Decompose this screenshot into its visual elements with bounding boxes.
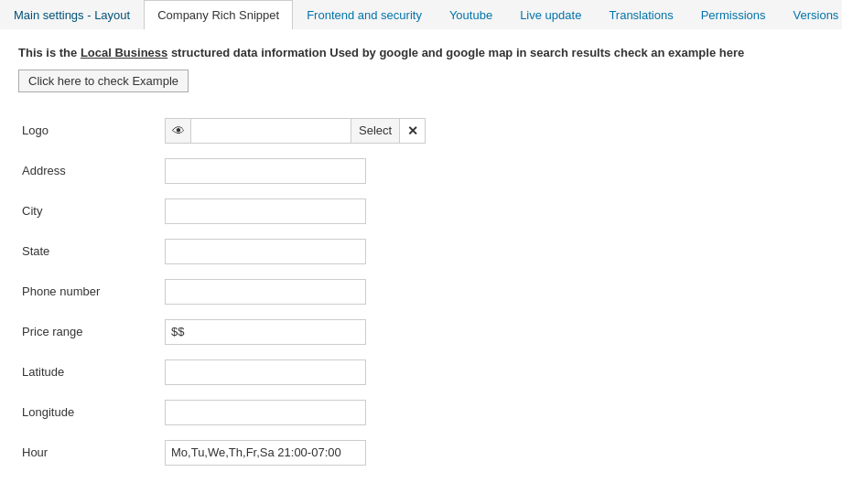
info-text: This is the Local Business structured da…: [18, 44, 824, 62]
tab-permissions[interactable]: Permissions: [687, 0, 780, 29]
tab-youtube[interactable]: Youtube: [436, 0, 506, 29]
input-address[interactable]: [165, 158, 366, 184]
form-table: Logo👁Select✕AddressCityStatePhone number…: [18, 111, 824, 473]
field-input-cell-hour: [165, 433, 824, 473]
input-state[interactable]: [165, 239, 366, 264]
field-input-cell-phone-number: [165, 272, 824, 312]
form-row-phone-number: Phone number: [18, 272, 824, 312]
form-row-address: Address: [18, 151, 824, 191]
tab-versions[interactable]: Versions: [780, 0, 843, 29]
form-row-longitude: Longitude: [18, 392, 824, 433]
eye-icon-button[interactable]: 👁: [165, 118, 190, 144]
logo-input[interactable]: [190, 118, 351, 144]
form-row-latitude: Latitude: [18, 352, 824, 392]
field-label-price-range: Price range: [18, 312, 165, 352]
field-input-cell-state: [165, 231, 824, 272]
form-row-state: State: [18, 231, 824, 272]
logo-select-button[interactable]: Select: [351, 118, 400, 144]
field-input-cell-address: [165, 151, 824, 191]
form-row-logo: Logo👁Select✕: [18, 111, 824, 151]
field-input-cell-latitude: [165, 352, 824, 392]
input-city[interactable]: [165, 198, 366, 224]
input-latitude[interactable]: [165, 359, 366, 385]
tab-live-update[interactable]: Live update: [506, 0, 595, 29]
field-label-phone-number: Phone number: [18, 272, 165, 312]
example-button[interactable]: Click here to check Example: [18, 70, 189, 92]
field-input-cell-logo: 👁Select✕: [165, 111, 824, 151]
field-label-longitude: Longitude: [18, 392, 165, 433]
tab-company-rich-snippet[interactable]: Company Rich Snippet: [144, 0, 293, 29]
field-input-cell-city: [165, 191, 824, 231]
field-label-hour: Hour: [18, 433, 165, 473]
logo-clear-button[interactable]: ✕: [400, 118, 426, 144]
form-row-price-range: Price range: [18, 312, 824, 352]
field-label-latitude: Latitude: [18, 352, 165, 392]
input-phone-number[interactable]: [165, 279, 366, 305]
input-longitude[interactable]: [165, 400, 366, 425]
field-input-cell-price-range: [165, 312, 824, 352]
field-label-address: Address: [18, 151, 165, 191]
form-row-city: City: [18, 191, 824, 231]
field-label-state: State: [18, 231, 165, 272]
form-row-hour: Hour: [18, 433, 824, 473]
tab-translations[interactable]: Translations: [595, 0, 686, 29]
logo-row: 👁Select✕: [165, 118, 820, 144]
field-label-logo: Logo: [18, 111, 165, 151]
tab-frontend-security[interactable]: Frontend and security: [293, 0, 436, 29]
field-input-cell-longitude: [165, 392, 824, 433]
content-area: This is the Local Business structured da…: [0, 29, 842, 488]
tab-bar: Main settings - LayoutCompany Rich Snipp…: [0, 0, 842, 29]
input-price-range[interactable]: [165, 319, 366, 345]
tab-main-settings[interactable]: Main settings - Layout: [0, 0, 144, 29]
input-hour[interactable]: [165, 440, 366, 466]
field-label-city: City: [18, 191, 165, 231]
